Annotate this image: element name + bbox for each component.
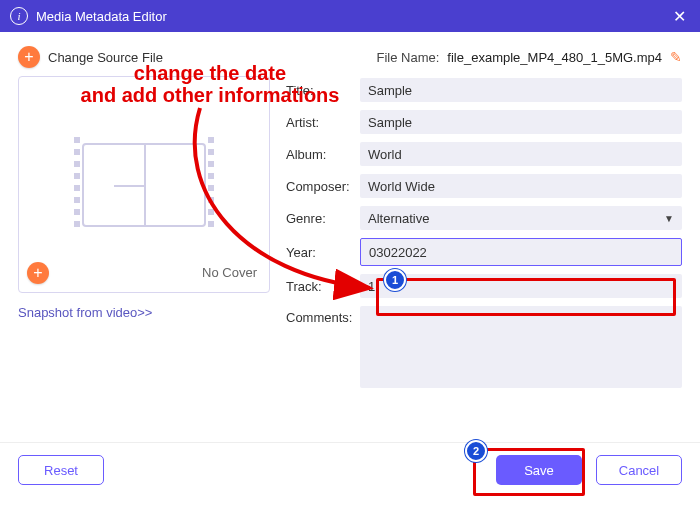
year-label: Year: bbox=[286, 245, 354, 260]
row-genre: Genre: ▼ bbox=[286, 206, 682, 230]
artist-input[interactable] bbox=[360, 110, 682, 134]
album-input[interactable] bbox=[360, 142, 682, 166]
reset-button[interactable]: Reset bbox=[18, 455, 104, 485]
window-title: Media Metadata Editor bbox=[36, 9, 167, 24]
cancel-button[interactable]: Cancel bbox=[596, 455, 682, 485]
window-body: + Change Source File File Name: file_exa… bbox=[0, 32, 700, 507]
file-name-value: file_example_MP4_480_1_5MG.mp4 bbox=[447, 50, 662, 65]
artist-label: Artist: bbox=[286, 115, 354, 130]
genre-select[interactable] bbox=[360, 206, 682, 230]
track-input[interactable] bbox=[360, 274, 682, 298]
row-comments: Comments: bbox=[286, 306, 682, 388]
top-row: + Change Source File File Name: file_exa… bbox=[18, 46, 682, 68]
title-input[interactable] bbox=[360, 78, 682, 102]
row-composer: Composer: bbox=[286, 174, 682, 198]
row-title: Title: bbox=[286, 78, 682, 102]
cover-column: + No Cover Snapshot from video>> bbox=[18, 76, 268, 442]
change-source-add-button[interactable]: + bbox=[18, 46, 40, 68]
add-cover-button[interactable]: + bbox=[27, 262, 49, 284]
no-cover-label: No Cover bbox=[202, 265, 257, 280]
file-name-label: File Name: bbox=[377, 50, 440, 65]
save-button[interactable]: Save bbox=[496, 455, 582, 485]
footer: Reset Save Cancel bbox=[0, 442, 700, 497]
app-window: i Media Metadata Editor ✕ + Change Sourc… bbox=[0, 0, 700, 507]
film-placeholder-icon bbox=[82, 143, 206, 227]
cover-preview: + No Cover bbox=[18, 76, 270, 293]
close-button[interactable]: ✕ bbox=[669, 7, 690, 26]
row-artist: Artist: bbox=[286, 110, 682, 134]
album-label: Album: bbox=[286, 147, 354, 162]
composer-input[interactable] bbox=[360, 174, 682, 198]
genre-label: Genre: bbox=[286, 211, 354, 226]
row-album: Album: bbox=[286, 142, 682, 166]
track-label: Track: bbox=[286, 279, 354, 294]
edit-filename-icon[interactable]: ✎ bbox=[670, 49, 682, 65]
snapshot-from-video-link[interactable]: Snapshot from video>> bbox=[18, 305, 268, 320]
composer-label: Composer: bbox=[286, 179, 354, 194]
titlebar: i Media Metadata Editor ✕ bbox=[0, 0, 700, 32]
row-year: Year: bbox=[286, 238, 682, 266]
comments-input[interactable] bbox=[360, 306, 682, 388]
change-source-label[interactable]: Change Source File bbox=[48, 50, 163, 65]
row-track: Track: bbox=[286, 274, 682, 298]
comments-label: Comments: bbox=[286, 306, 354, 325]
main-area: + No Cover Snapshot from video>> Title: … bbox=[18, 76, 682, 442]
year-input[interactable] bbox=[360, 238, 682, 266]
title-label: Title: bbox=[286, 83, 354, 98]
metadata-form: Title: Artist: Album: Composer: Genre: bbox=[286, 76, 682, 442]
info-icon: i bbox=[10, 7, 28, 25]
